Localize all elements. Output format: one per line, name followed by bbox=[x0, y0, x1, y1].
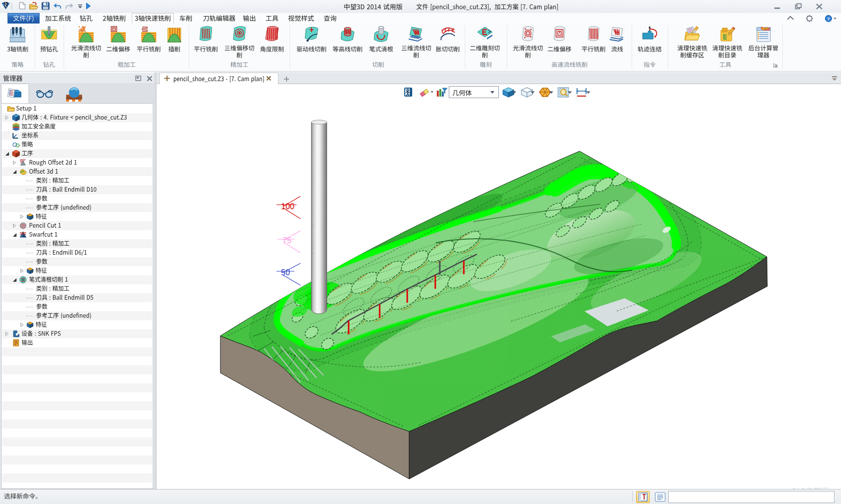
svg-text:75: 75 bbox=[283, 236, 292, 245]
svg-text:?: ? bbox=[827, 17, 830, 22]
